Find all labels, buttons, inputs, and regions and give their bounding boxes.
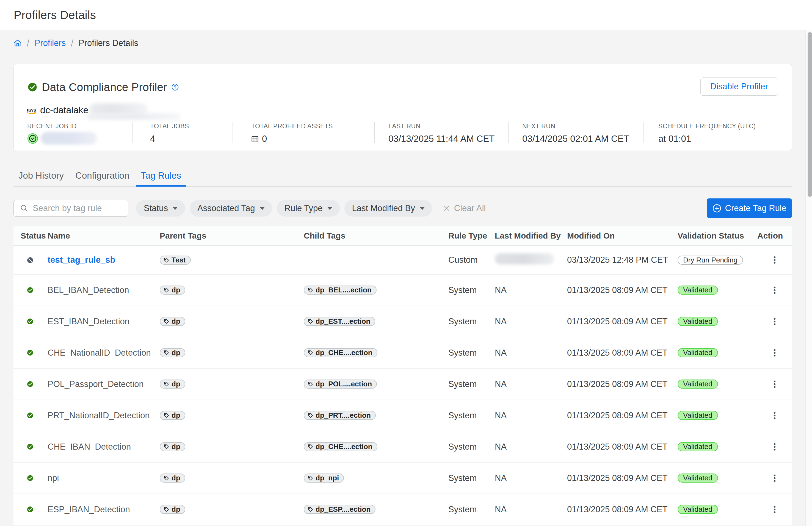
rule-name: npi [47,473,160,483]
page-scrollbar-track[interactable] [806,30,812,526]
rule-enabled-check-icon [27,443,33,450]
tag-chip[interactable]: dp [160,442,185,451]
tag-chip[interactable]: dp_EST....ection [304,317,375,326]
aws-logo-icon: aws [27,107,37,115]
tag-chip-label: dp [172,380,180,388]
table-row[interactable]: CHE_IBAN_Detection dp dp_CHE....ection S… [13,431,792,463]
table-row[interactable]: PRT_NationalID_Detection dp dp_PRT....ec… [13,400,792,431]
filter-status-dropdown[interactable]: Status [136,200,185,217]
rule-name: PRT_NationalID_Detection [47,411,160,421]
validation-status-badge: Validated [678,473,718,483]
tag-icon [163,475,169,481]
tag-chip[interactable]: dp [160,505,185,514]
datalake-name: dc-datalake [40,105,88,115]
parent-tags-cell: dp [160,348,304,357]
filter-last-modified-by-dropdown[interactable]: Last Modified By [345,200,432,217]
table-row[interactable]: EST_IBAN_Detection dp dp_EST....ection S… [13,306,792,337]
table-row[interactable]: POL_Passport_Detection dp dp_POL....ecti… [13,368,792,400]
tag-chip[interactable]: dp [160,473,185,483]
rule-name[interactable]: test_tag_rule_sb [47,255,160,265]
breadcrumb-profilers[interactable]: Profilers [35,38,66,48]
row-actions-kebab-icon[interactable] [766,501,783,518]
rule-name: CHE_NationalID_Detection [47,348,160,358]
create-tag-rule-button[interactable]: Create Tag Rule [707,199,792,218]
top-bar: Profilers Details [0,0,812,30]
table-row[interactable]: ESP_IBAN_Detection dp dp_ESP....ection S… [13,494,792,525]
table-row[interactable]: test_tag_rule_sb Test Custom 03/13/2025 … [13,246,792,275]
last-modified-by-cell: NA [495,379,567,389]
tag-chip-label: dp [172,442,180,451]
stat-schedule-frequency: SCHEDULE FREQUENCY (UTC) at 01:01 [643,122,756,144]
action-cell [757,313,792,330]
tag-chip[interactable]: dp_CHE....ection [304,442,377,451]
action-cell [757,501,792,518]
child-tags-cell: dp_CHE....ection [304,348,448,357]
tag-chip[interactable]: dp_BEL....ection [304,286,377,295]
tag-chip[interactable]: Test [160,255,191,265]
row-actions-kebab-icon[interactable] [766,252,783,268]
tag-chip[interactable]: dp [160,317,185,326]
rule-type-cell: System [448,317,495,326]
chevron-down-icon [327,207,333,210]
column-header-modified-on: Modified On [567,231,678,240]
row-actions-kebab-icon[interactable] [766,313,783,330]
tag-chip[interactable]: dp_ESP....ection [304,505,376,514]
tag-chip[interactable]: dp_CHE....ection [304,348,377,357]
tag-icon [308,412,313,418]
parent-tags-cell: dp [160,286,304,295]
redacted-last-modified-by [495,253,554,264]
tag-chip[interactable]: dp [160,348,185,357]
modified-on-cell: 03/13/2025 12:48 PM CET [567,255,678,265]
action-cell [757,345,792,361]
tag-chip[interactable]: dp [160,380,185,389]
row-actions-kebab-icon[interactable] [766,282,783,298]
rule-status-cell [13,257,47,263]
search-box [13,200,128,217]
page-title: Profilers Details [14,9,96,22]
search-input[interactable] [33,203,125,213]
table-row[interactable]: CHE_NationalID_Detection dp dp_CHE....ec… [13,337,792,368]
row-actions-kebab-icon[interactable] [766,470,783,486]
tab-tag-rules[interactable]: Tag Rules [136,165,186,186]
row-actions-kebab-icon[interactable] [766,407,783,424]
tag-icon [163,350,169,356]
parent-tags-cell: dp [160,505,304,514]
tag-chip[interactable]: dp_POL....ection [304,380,377,389]
tag-chip-label: dp_POL....ection [316,380,372,388]
rule-enabled-check-icon [27,506,33,513]
breadcrumb-separator: / [27,38,29,49]
validation-status-cell: Validated [678,380,757,389]
tab-configuration[interactable]: Configuration [70,165,134,186]
disable-profiler-button[interactable]: Disable Profiler [700,77,778,96]
filter-associated-tag-dropdown[interactable]: Associated Tag [190,200,272,217]
tag-icon [163,287,169,293]
column-header-name: Name [47,231,160,240]
row-actions-kebab-icon[interactable] [766,439,783,455]
datalake-row: aws dc-datalake [27,105,147,115]
column-header-parent-tags: Parent Tags [160,231,304,240]
page-content: / Profilers / Profilers Details Data Com… [0,36,812,525]
stat-next-run: NEXT RUN 03/14/2025 02:01 AM CET [509,122,643,143]
tag-chip-label: dp_BEL....ection [316,286,372,294]
breadcrumb-current: Profilers Details [78,38,138,48]
table-row[interactable]: npi dp dp_npi System NA 01/13/2025 08:09… [13,463,792,494]
tag-chip[interactable]: dp_PRT....ection [304,411,376,420]
filter-rule-type-dropdown[interactable]: Rule Type [277,200,340,217]
table-row[interactable]: BEL_IBAN_Detection dp dp_BEL....ection S… [13,275,792,306]
chevron-down-icon [172,207,178,210]
tag-chip[interactable]: dp [160,286,185,295]
row-actions-kebab-icon[interactable] [766,345,783,361]
tag-icon [308,475,313,481]
validation-status-cell: Validated [678,442,757,451]
home-icon[interactable] [13,39,22,47]
last-modified-by-cell [495,253,567,266]
tag-chip[interactable]: dp [160,411,185,420]
tab-job-history[interactable]: Job History [13,165,69,186]
column-header-last-modified-by: Last Modified By [495,231,567,240]
clear-all-filters-button[interactable]: Clear All [443,203,486,213]
row-actions-kebab-icon[interactable] [766,376,783,392]
help-icon[interactable] [172,84,179,91]
tag-chip-label: dp_npi [316,474,339,482]
tag-chip[interactable]: dp_npi [304,473,344,483]
page-scrollbar-thumb[interactable] [808,32,812,197]
